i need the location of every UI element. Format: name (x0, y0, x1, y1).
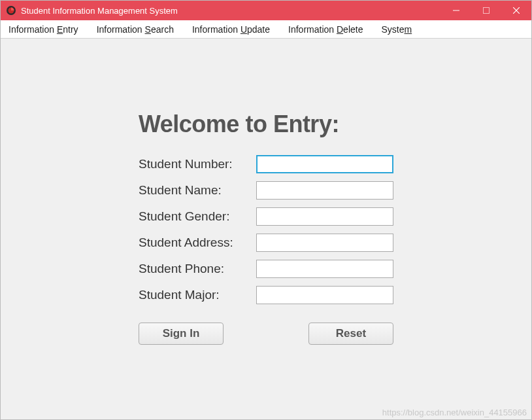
menu-system[interactable]: System (381, 24, 412, 35)
menu-information-entry[interactable]: Information Entry (8, 24, 78, 35)
content-area: Welcome to Entry: Student Number: Studen… (1, 39, 531, 419)
label-student-major: Student Major: (139, 288, 256, 302)
minimize-button[interactable] (441, 1, 471, 20)
label-student-name: Student Name: (139, 183, 256, 198)
window-title: Student Information Management System (21, 6, 178, 16)
menubar: Information Entry Information Search Inf… (1, 20, 531, 39)
svg-rect-3 (484, 8, 490, 14)
label-student-phone: Student Phone: (139, 262, 256, 276)
menu-information-update[interactable]: Information Update (192, 24, 270, 35)
input-student-gender[interactable] (256, 207, 393, 226)
form-heading: Welcome to Entry: (139, 111, 393, 138)
row-student-name: Student Name: (139, 181, 393, 200)
maximize-button[interactable] (471, 1, 501, 20)
button-row: Sign In Reset (139, 323, 393, 345)
app-window: Student Information Management System In… (0, 0, 532, 420)
row-student-phone: Student Phone: (139, 260, 393, 278)
titlebar: Student Information Management System (1, 1, 531, 20)
window-controls (441, 1, 531, 20)
input-student-name[interactable] (256, 181, 393, 200)
row-student-number: Student Number: (139, 155, 393, 173)
label-student-gender: Student Gender: (139, 209, 256, 224)
app-icon (6, 5, 16, 16)
label-student-address: Student Address: (139, 236, 256, 250)
input-student-address[interactable] (256, 234, 393, 252)
row-student-address: Student Address: (139, 234, 393, 252)
entry-form: Welcome to Entry: Student Number: Studen… (139, 111, 393, 345)
reset-button[interactable]: Reset (308, 323, 393, 345)
row-student-major: Student Major: (139, 286, 393, 304)
row-student-gender: Student Gender: (139, 207, 393, 226)
sign-in-button[interactable]: Sign In (139, 323, 224, 345)
input-student-number[interactable] (256, 155, 393, 173)
input-student-major[interactable] (256, 286, 393, 304)
menu-information-search[interactable]: Information Search (97, 24, 174, 35)
menu-information-delete[interactable]: Information Delete (288, 24, 363, 35)
label-student-number: Student Number: (139, 157, 256, 171)
input-student-phone[interactable] (256, 260, 393, 278)
close-button[interactable] (501, 1, 531, 20)
